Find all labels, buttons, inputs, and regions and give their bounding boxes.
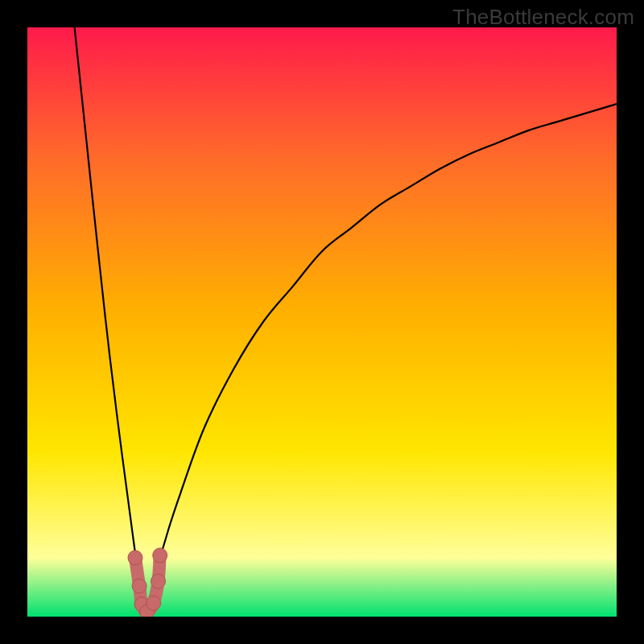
gradient-background [27, 27, 617, 617]
marker-dot [128, 551, 142, 565]
marker-dot [151, 574, 166, 588]
marker-dot [147, 596, 161, 610]
marker-dot [153, 548, 167, 563]
chart-svg [27, 27, 617, 617]
watermark-text: TheBottleneck.com [452, 5, 634, 30]
marker-dot [132, 579, 147, 593]
chart-frame: TheBottleneck.com [0, 0, 644, 644]
chart-plot-area [27, 27, 617, 617]
